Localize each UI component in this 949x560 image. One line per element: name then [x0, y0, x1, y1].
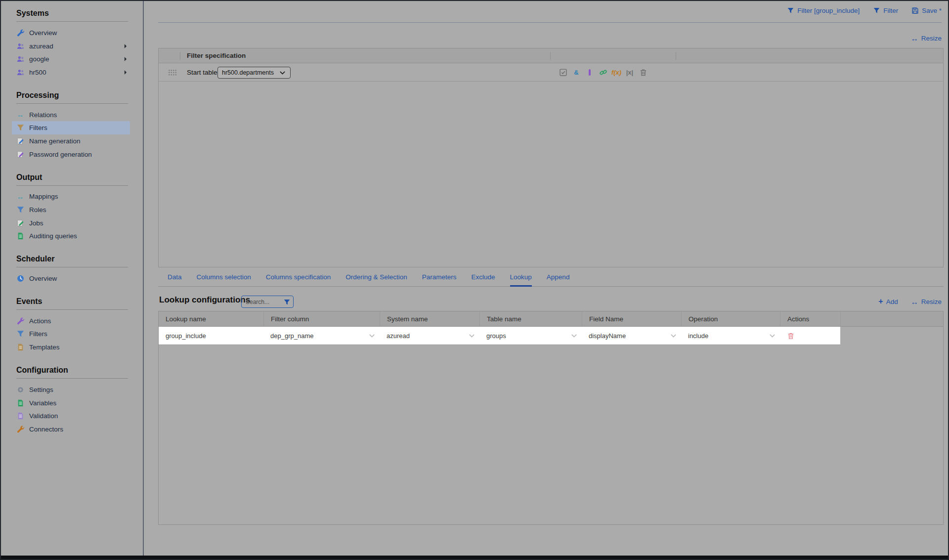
ampersand-icon[interactable]: & — [572, 68, 580, 76]
drag-handle[interactable] — [168, 69, 177, 76]
pencil-icon — [16, 219, 24, 227]
tab-data[interactable]: Data — [168, 271, 182, 287]
sidebar-item-password-generation[interactable]: Password generation — [12, 148, 130, 161]
sidebar-item-auditing-queries[interactable]: Auditing queries — [12, 230, 130, 243]
funnel-icon — [16, 124, 24, 132]
sidebar-section-title: Systems — [16, 9, 128, 22]
column-header-lookup-name: Lookup name — [159, 311, 263, 326]
sidebar-item-label: Connectors — [29, 426, 63, 433]
sidebar-item-actions[interactable]: Actions — [12, 314, 130, 328]
sidebar-item-label: Roles — [29, 206, 46, 214]
filter-specification-panel: Filter specification Start table hr500.d… — [158, 48, 944, 267]
filter-group-button[interactable]: Filter [group_include] — [786, 6, 860, 14]
start-table-select[interactable]: hr500.departments — [217, 67, 291, 79]
cell-lookup-name[interactable]: group_include — [159, 327, 263, 345]
tab-exclude[interactable]: Exclude — [472, 271, 495, 287]
sidebar-item-label: Filters — [29, 124, 47, 131]
tab-lookup[interactable]: Lookup — [510, 271, 532, 287]
sidebar-item-overview[interactable]: Overview — [12, 272, 130, 285]
sidebar-item-label: Variables — [29, 399, 56, 407]
sidebar-item-variables[interactable]: Variables — [12, 396, 130, 410]
sidebar-item-label: Auditing queries — [29, 232, 77, 240]
sidebar-item-settings[interactable]: Settings — [12, 383, 130, 396]
sidebar-item-relations[interactable]: ↔Relations — [12, 108, 130, 122]
add-label: Add — [886, 298, 898, 305]
plus-icon: + — [878, 298, 883, 305]
funnel-icon — [16, 206, 24, 214]
filter-specification-title: Filter specification — [187, 52, 246, 59]
lookup-search-box — [241, 296, 294, 308]
lookup-actions-bar: + Add ↔ Resize — [878, 298, 942, 305]
chevron-down-icon — [671, 334, 676, 338]
cell-system-name[interactable]: azuread — [380, 327, 479, 345]
sidebar-item-templates[interactable]: Templates — [12, 341, 130, 354]
window-bottom-border — [1, 556, 948, 559]
start-table-value: hr500.departments — [222, 69, 274, 76]
sidebar-section-title: Processing — [16, 91, 128, 104]
trash-icon[interactable] — [639, 68, 647, 76]
sidebar-item-jobs[interactable]: Jobs — [12, 216, 130, 230]
chevron-down-icon — [770, 334, 775, 338]
delete-row-icon[interactable] — [787, 332, 795, 340]
sidebar-item-validation[interactable]: Validation — [12, 409, 130, 423]
doc-icon — [16, 399, 24, 407]
column-bar-icon[interactable] — [586, 68, 594, 76]
sidebar-item-roles[interactable]: Roles — [12, 203, 130, 216]
search-funnel-icon — [283, 298, 291, 306]
tab-append[interactable]: Append — [547, 271, 570, 287]
add-button[interactable]: + Add — [878, 298, 898, 305]
arrows-icon: ↔ — [16, 193, 24, 201]
tab-columns-specification[interactable]: Columns specification — [266, 271, 331, 287]
filter-button[interactable]: Filter — [872, 6, 898, 14]
gear-icon — [16, 386, 24, 393]
sidebar-section-events: EventsActionsFiltersTemplates — [1, 297, 143, 354]
filter-specification-header: Filter specification — [159, 48, 943, 63]
column-header-field-name: Field Name — [582, 311, 681, 326]
pencil-icon — [16, 150, 24, 158]
function-icon[interactable]: f(x) — [612, 68, 620, 76]
resize-arrows-icon: ↔ — [911, 35, 918, 42]
sidebar-item-filters[interactable]: Filters — [12, 121, 130, 134]
sidebar-item-azuread[interactable]: azuread — [12, 40, 130, 53]
chevron-down-icon — [369, 334, 375, 338]
funnel-icon — [786, 6, 794, 14]
sidebar-item-label: Templates — [29, 344, 60, 351]
sidebar-item-label: Validation — [29, 412, 58, 420]
resize-top-button[interactable]: ↔ Resize — [911, 35, 942, 42]
lookup-table-header: Lookup nameFilter columnSystem nameTable… — [159, 311, 943, 327]
tab-ordering-selection[interactable]: Ordering & Selection — [345, 271, 407, 287]
column-header-filler — [840, 311, 943, 326]
cell-actions[interactable] — [780, 327, 840, 345]
sidebar-section-processing: Processing↔RelationsFiltersName generati… — [1, 91, 143, 161]
cell-filter-column[interactable]: dep_grp_name — [263, 327, 380, 345]
header-divider — [676, 52, 676, 60]
sidebar-section-title: Configuration — [16, 366, 128, 379]
resize-lookup-button[interactable]: ↔ Resize — [911, 298, 942, 305]
filter-group-label: Filter [group_include] — [797, 7, 860, 14]
cell-value: dep_grp_name — [270, 332, 313, 340]
users-icon — [16, 55, 24, 63]
link-icon[interactable] — [599, 68, 607, 76]
header-divider — [180, 52, 180, 60]
save-button[interactable]: Save * — [911, 6, 942, 14]
cell-operation[interactable]: include — [681, 327, 780, 345]
sidebar-section-scheduler: SchedulerOverview — [1, 255, 143, 285]
funnel-icon — [872, 6, 880, 14]
sidebar-item-name-generation[interactable]: Name generation — [12, 134, 130, 148]
abs-icon[interactable]: |x| — [626, 68, 634, 76]
sidebar-item-overview[interactable]: Overview — [12, 26, 130, 40]
sidebar-item-mappings[interactable]: ↔Mappings — [12, 190, 130, 204]
sidebar-item-hr500[interactable]: hr500 — [12, 66, 130, 79]
cell-table-name[interactable]: groups — [479, 327, 582, 345]
chevron-down-icon — [469, 334, 474, 338]
tab-columns-selection[interactable]: Columns selection — [197, 271, 251, 287]
sidebar-item-connectors[interactable]: Connectors — [12, 423, 130, 436]
chevron-right-icon — [124, 44, 127, 48]
sidebar-item-filters[interactable]: Filters — [12, 328, 130, 341]
sidebar-item-label: hr500 — [29, 69, 46, 76]
tab-parameters[interactable]: Parameters — [422, 271, 457, 287]
checkbox-check-icon[interactable] — [559, 68, 567, 76]
cell-field-name[interactable]: displayName — [582, 327, 681, 345]
sidebar-item-google[interactable]: google — [12, 52, 130, 66]
resize-arrows-icon: ↔ — [911, 298, 918, 305]
